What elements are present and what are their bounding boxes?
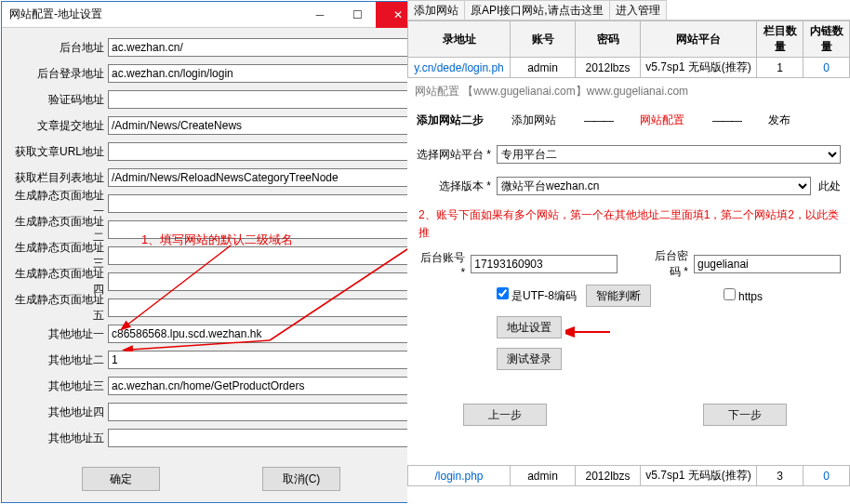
label-getcol: 获取栏目列表地址: [7, 170, 108, 186]
version-label: 选择版本 *: [417, 179, 497, 194]
cell-links: 0: [804, 466, 850, 486]
test-login-button[interactable]: 测试登录: [497, 348, 562, 370]
cell-pwd: 2012lbzs: [576, 58, 641, 78]
maximize-button[interactable]: ☐: [339, 2, 376, 28]
table-row[interactable]: y.cn/dede/login.ph admin 2012lbzs v5.7sp…: [408, 58, 850, 78]
label-geturl: 获取文章URL地址: [7, 144, 108, 160]
version-side: 此处: [818, 179, 841, 194]
step-add: 添加网站: [511, 113, 556, 128]
cell-cols: 3: [757, 466, 804, 486]
label-gen5: 生成静态页面地址五: [7, 292, 108, 324]
form: 后台地址 后台登录地址 验证码地址 文章提交地址 获取文章URL地址 获取栏目列…: [2, 28, 420, 500]
account-label: 后台账号 *: [417, 250, 471, 279]
th-links: 内链数量: [804, 21, 850, 58]
tab-api[interactable]: 原API接口网站,请点击这里: [464, 0, 610, 20]
input-article[interactable]: [108, 116, 415, 135]
cell-plat: v5.7sp1 无码版(推荐): [641, 466, 757, 486]
cell-pwd: 2012lbzs: [576, 466, 641, 486]
subtitle: 网站配置 【www.gugelianai.com】www.gugelianai.…: [407, 78, 850, 105]
th-pwd: 密码: [576, 21, 641, 58]
cell-login: /login.php: [408, 466, 511, 486]
label-o5: 其他地址五: [7, 431, 108, 446]
tab-mgr[interactable]: 进入管理: [609, 0, 667, 20]
label-o1: 其他地址一: [7, 326, 108, 342]
label-login: 后台登录地址: [7, 66, 108, 82]
utf8-checkbox[interactable]: 是UTF-8编码: [497, 287, 577, 304]
label-backend: 后台地址: [7, 40, 108, 56]
next-button[interactable]: 下一步: [703, 404, 787, 426]
input-o3[interactable]: [108, 377, 415, 395]
account-input[interactable]: [471, 255, 618, 273]
top-tabs: 添加网站 原API接口网站,请点击这里 进入管理: [407, 0, 850, 20]
step-label: 添加网站二步: [417, 113, 484, 128]
label-o3: 其他地址三: [7, 378, 108, 394]
https-check-icon[interactable]: [724, 288, 736, 300]
judge-button[interactable]: 智能判断: [586, 285, 651, 307]
step-cfg: 网站配置: [640, 113, 684, 128]
input-o2[interactable]: [108, 351, 415, 369]
cancel-button[interactable]: 取消(C): [262, 467, 340, 491]
site-table: 录地址 账号 密码 网站平台 栏目数量 内链数量 y.cn/dede/login…: [407, 20, 850, 78]
https-checkbox[interactable]: https: [724, 288, 763, 303]
step-pub: 发布: [768, 113, 790, 128]
titlebar: 网站配置-地址设置 ─ ☐ ✕: [2, 2, 420, 28]
tab-add[interactable]: 添加网站: [407, 0, 465, 20]
config-area: 添加网站二步 添加网站 ——— 网站配置 ——— 发布 选择网站平台 * 专用平…: [407, 105, 850, 433]
input-gen3[interactable]: [108, 246, 415, 265]
sep2: ———: [712, 114, 740, 127]
right-panel: 添加网站 原API接口网站,请点击这里 进入管理 录地址 账号 密码 网站平台 …: [407, 0, 850, 504]
label-o2: 其他地址二: [7, 352, 108, 368]
cell-acct: admin: [511, 466, 576, 486]
password-input[interactable]: [694, 255, 841, 273]
utf8-check-icon[interactable]: [497, 287, 509, 299]
platform-label: 选择网站平台 *: [417, 147, 497, 163]
input-o1[interactable]: [108, 325, 415, 343]
address-settings-button[interactable]: 地址设置: [497, 316, 562, 338]
input-getcol[interactable]: [108, 168, 415, 187]
platform-select[interactable]: 专用平台二: [497, 145, 841, 164]
input-geturl[interactable]: [108, 142, 415, 161]
input-gen1[interactable]: [108, 194, 415, 213]
input-o5[interactable]: [108, 429, 415, 447]
ok-button[interactable]: 确定: [82, 467, 160, 491]
label-article: 文章提交地址: [7, 118, 108, 134]
cell-cols: 1: [757, 58, 804, 78]
th-plat: 网站平台: [641, 21, 757, 58]
th-acct: 账号: [511, 21, 576, 58]
input-captcha[interactable]: [108, 90, 415, 109]
input-backend[interactable]: [108, 38, 415, 57]
prev-button[interactable]: 上一步: [463, 404, 547, 426]
wizard-steps: 添加网站二步 添加网站 ——— 网站配置 ——— 发布: [417, 113, 841, 128]
annotation-2: 2、账号下面如果有多个网站，第一个在其他地址二里面填1，第二个网站填2，以此类推: [418, 206, 841, 242]
minimize-button[interactable]: ─: [301, 2, 339, 28]
input-gen4[interactable]: [108, 272, 415, 291]
cell-login: y.cn/dede/login.ph: [408, 58, 511, 78]
input-gen2[interactable]: [108, 220, 415, 239]
dialog-title: 网站配置-地址设置: [9, 7, 301, 22]
input-o4[interactable]: [108, 403, 415, 421]
cell-links: 0: [804, 58, 850, 78]
label-o4: 其他地址四: [7, 405, 108, 420]
table-row[interactable]: /login.php admin 2012lbzs v5.7sp1 无码版(推荐…: [408, 466, 850, 486]
th-cols: 栏目数量: [757, 21, 804, 58]
th-login: 录地址: [408, 21, 511, 58]
bottom-table: /login.php admin 2012lbzs v5.7sp1 无码版(推荐…: [407, 465, 850, 486]
version-select[interactable]: 微站平台wezhan.cn: [497, 177, 811, 195]
input-login[interactable]: [108, 64, 415, 83]
label-captcha: 验证码地址: [7, 92, 108, 108]
input-gen5[interactable]: [108, 298, 415, 317]
sep1: ———: [584, 114, 612, 127]
address-config-dialog: 网站配置-地址设置 ─ ☐ ✕ 后台地址 后台登录地址 验证码地址 文章提交地址…: [1, 1, 421, 503]
password-label: 后台密码 *: [645, 248, 694, 280]
cell-plat: v5.7sp1 无码版(推荐): [641, 58, 757, 78]
cell-acct: admin: [511, 58, 576, 78]
